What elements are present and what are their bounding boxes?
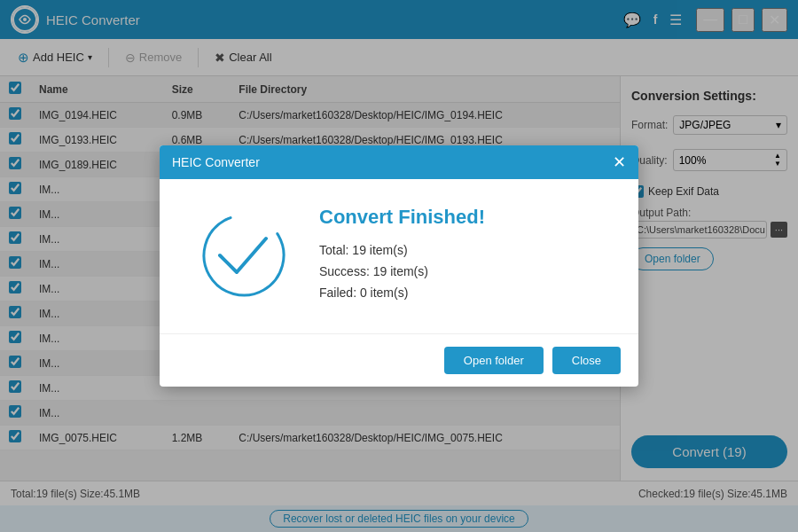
- modal-content: Convert Finished! Total: 19 item(s) Succ…: [319, 206, 603, 307]
- success-title: Convert Finished!: [319, 206, 603, 229]
- modal-open-folder-button[interactable]: Open folder: [444, 347, 544, 374]
- modal-dialog: HEIC Converter ✕ Convert Finished! Total…: [160, 145, 638, 387]
- modal-body: Convert Finished! Total: 19 item(s) Succ…: [160, 179, 638, 333]
- success-icon: [195, 207, 293, 307]
- modal-title: HEIC Converter: [172, 155, 260, 169]
- success-stat: Success: 19 item(s): [319, 264, 603, 278]
- modal-close-button[interactable]: ✕: [613, 154, 626, 170]
- modal-footer: Open folder Close: [160, 333, 638, 387]
- total-stat: Total: 19 item(s): [319, 243, 603, 257]
- modal-header: HEIC Converter ✕: [160, 145, 638, 179]
- svg-point-2: [195, 207, 293, 304]
- failed-stat: Failed: 0 item(s): [319, 286, 603, 300]
- modal-overlay: HEIC Converter ✕ Convert Finished! Total…: [0, 0, 798, 532]
- modal-close-btn[interactable]: Close: [552, 347, 621, 374]
